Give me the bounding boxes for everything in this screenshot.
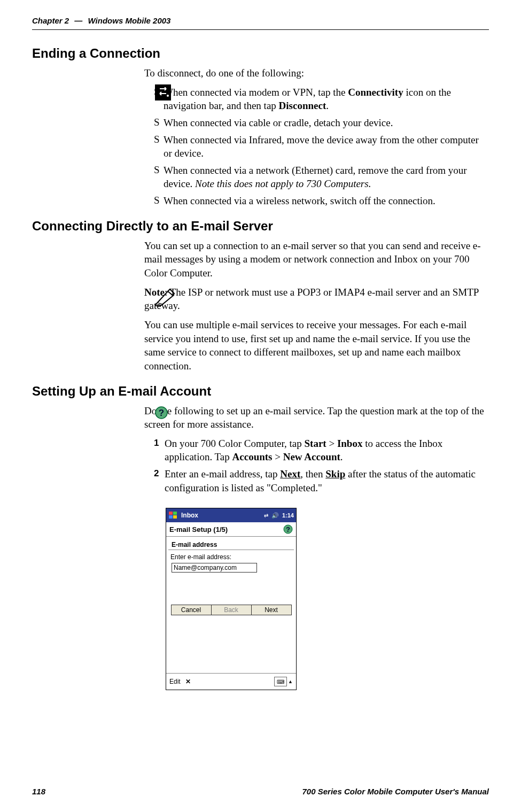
connecting-p1: You can set up a connection to an e-mail…	[144, 239, 489, 280]
page-header: Chapter 2 — Windows Mobile 2003	[32, 16, 489, 25]
connectivity-icon	[155, 84, 171, 100]
page-number: 118	[32, 787, 45, 796]
connecting-p2: You can use multiple e-mail services to …	[144, 318, 489, 373]
next-button[interactable]: Next	[252, 605, 292, 615]
manual-title: 700 Series Color Mobile Computer User's …	[302, 787, 489, 796]
screenshot-button-row: Cancel Back Next	[166, 578, 296, 620]
ending-intro: To disconnect, do one of the following:	[144, 66, 489, 80]
header-dash: —	[74, 16, 82, 25]
close-x-icon[interactable]: ✕	[185, 678, 191, 685]
cancel-button[interactable]: Cancel	[171, 605, 212, 615]
screenshot-step-bar: E-mail Setup (1/5) ?	[166, 522, 296, 537]
screenshot-section-label: E-mail address	[168, 537, 294, 550]
header-chapter: Chapter 2	[32, 16, 69, 25]
start-flag-icon[interactable]	[168, 511, 178, 520]
bullet-dot: S	[154, 116, 164, 129]
bullet-2: S When connected via cable or cradle, de…	[144, 116, 489, 130]
svg-rect-6	[169, 515, 173, 519]
bullet-1: S When connected via modem or VPN, tap t…	[144, 86, 489, 113]
back-button: Back	[212, 605, 252, 615]
sip-up-icon[interactable]: ▲	[288, 679, 293, 684]
svg-text:?: ?	[159, 408, 164, 418]
screenshot-titlebar: Inbox ⇄ 🔊 1:14	[166, 508, 296, 522]
bullet-3: S When connected via Infrared, move the …	[144, 133, 489, 160]
bullet-3-text: When connected via Infrared, move the de…	[164, 133, 489, 160]
bullet-5: S When connected via a wireless network,…	[144, 194, 489, 208]
heading-connecting-email: Connecting Directly to an E-mail Server	[32, 219, 489, 234]
step-1-text: On your 700 Color Computer, tap Start > …	[165, 437, 489, 464]
bullet-dot: S	[154, 133, 164, 146]
device-screenshot: Inbox ⇄ 🔊 1:14 E-mail Setup (1/5) ? E-ma…	[166, 508, 297, 690]
bullet-2-text: When connected via cable or cradle, deta…	[164, 116, 489, 130]
bullet-4: S When connected via a network (Ethernet…	[144, 164, 489, 191]
header-title: Windows Mobile 2003	[88, 16, 171, 25]
bullet-1-text: When connected via modem or VPN, tap the…	[164, 86, 489, 113]
step-1: 1 On your 700 Color Computer, tap Start …	[144, 437, 489, 464]
connecting-note: Note: The ISP or network must use a POP3…	[144, 285, 489, 313]
note-icon	[155, 288, 176, 308]
screenshot-bottom-bar: Edit ✕ ⌨ ▲	[166, 673, 296, 690]
heading-setting-up-email: Setting Up an E-mail Account	[32, 384, 489, 399]
screenshot-step-label: E-mail Setup (1/5)	[169, 525, 228, 533]
svg-point-1	[167, 95, 169, 97]
step-2-text: Enter an e-mail address, tap Next, then …	[165, 467, 489, 494]
screenshot-app-title: Inbox	[181, 512, 261, 519]
step-2: 2 Enter an e-mail address, tap Next, the…	[144, 467, 489, 494]
screenshot-clock[interactable]: 1:14	[282, 512, 294, 519]
page-footer: 118 700 Series Color Mobile Computer Use…	[32, 787, 489, 796]
bullet-4-text: When connected via a network (Ethernet) …	[164, 164, 489, 191]
keyboard-icon[interactable]: ⌨	[274, 677, 287, 686]
header-rule	[32, 29, 489, 30]
heading-ending-connection: Ending a Connection	[32, 46, 489, 61]
svg-rect-5	[173, 512, 177, 515]
setting-p1: Do the following to set up an e-mail ser…	[144, 404, 489, 431]
svg-text:?: ?	[286, 525, 290, 533]
step-1-num: 1	[154, 437, 165, 450]
edit-menu[interactable]: Edit	[169, 678, 181, 685]
bullet-dot: S	[154, 164, 164, 177]
screenshot-help-icon[interactable]: ?	[283, 524, 293, 534]
step-2-num: 2	[154, 467, 165, 480]
volume-icon[interactable]: 🔊	[271, 512, 279, 519]
svg-rect-7	[173, 515, 177, 519]
connectivity-status-icon[interactable]: ⇄	[264, 513, 268, 519]
svg-rect-4	[169, 512, 173, 515]
bullet-5-text: When connected via a wireless network, s…	[164, 194, 489, 208]
help-question-icon: ?	[155, 406, 168, 421]
bullet-dot: S	[154, 194, 164, 207]
screenshot-field-label: Enter e-mail address:	[166, 552, 296, 562]
email-address-input[interactable]	[172, 563, 257, 573]
